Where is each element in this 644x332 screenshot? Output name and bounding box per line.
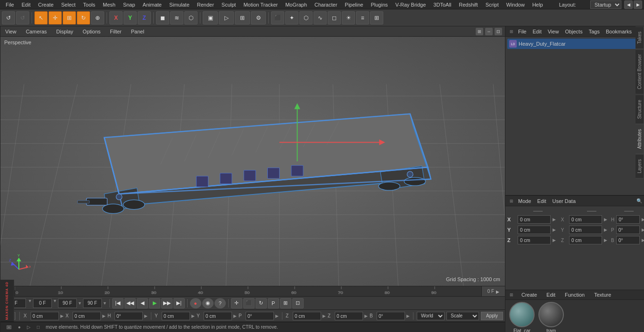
material-sphere-tram[interactable] xyxy=(538,302,564,327)
mat-texture-btn[interactable]: Texture xyxy=(591,290,614,300)
viewport-menu-panel[interactable]: Panel xyxy=(129,29,146,34)
menu-select[interactable]: Select xyxy=(58,0,80,9)
vtab-content-browser[interactable]: Content Browser xyxy=(636,49,644,94)
menu-script[interactable]: Script xyxy=(482,0,503,9)
undo-btn[interactable]: ↺ xyxy=(2,11,15,24)
render-all-btn[interactable]: ⊞ xyxy=(235,11,250,24)
render-settings-btn[interactable]: ⚙ xyxy=(251,11,266,24)
axis-y-btn[interactable]: Y xyxy=(124,11,137,24)
viewport-3d[interactable]: Perspective xyxy=(0,37,505,286)
material-sphere-flatcar[interactable] xyxy=(509,302,535,327)
y-pos-field[interactable]: 0 cm xyxy=(162,312,190,320)
vtab-takes[interactable]: Takes xyxy=(636,26,644,49)
menu-snap[interactable]: Snap xyxy=(119,0,139,9)
axis-z-btn[interactable]: Z xyxy=(138,11,151,24)
viewport-menu-options[interactable]: Options xyxy=(81,29,102,34)
obj-tags-btn[interactable]: Tags xyxy=(586,27,603,36)
obj-edit-btn[interactable]: Edit xyxy=(530,27,545,36)
viewport-camera-btn[interactable]: ⊡ xyxy=(495,28,502,35)
obj-file-btn[interactable]: File xyxy=(515,27,529,36)
attr-h-val[interactable] xyxy=(616,215,640,224)
spline-mode-btn[interactable]: ≋ xyxy=(170,11,183,24)
mat-create-btn[interactable]: Create xyxy=(519,290,540,300)
render-region-btn[interactable]: ▣ xyxy=(203,11,218,24)
obj-objects-btn[interactable]: Objects xyxy=(562,27,585,36)
menu-edit[interactable]: Edit xyxy=(18,0,34,9)
scale-dropdown[interactable]: Scale Absolute xyxy=(446,312,479,320)
menu-file[interactable]: File xyxy=(2,0,18,9)
object-mode-btn[interactable]: ◼ xyxy=(156,11,169,24)
attr-x-rot[interactable] xyxy=(569,215,602,224)
record-btn[interactable]: ● xyxy=(190,298,201,308)
attr-p-val[interactable] xyxy=(616,226,640,234)
vtab-layers[interactable]: Layers xyxy=(636,154,644,178)
apply-button[interactable]: Apply xyxy=(481,312,503,320)
attr-z-pos[interactable] xyxy=(518,236,551,244)
timeline-ruler[interactable]: 0 10 20 30 40 50 60 70 80 90 xyxy=(15,286,481,296)
attr-y-pos[interactable] xyxy=(518,226,551,234)
status-stop-icon[interactable]: □ xyxy=(34,324,42,331)
next-frame-btn[interactable]: ▶▶ xyxy=(161,298,173,308)
menu-pipeline[interactable]: Pipeline xyxy=(341,0,367,9)
z2-pos-field[interactable]: 0 cm xyxy=(335,312,363,320)
select-tool-btn[interactable]: ↖ xyxy=(34,11,48,24)
scale-tool-btn[interactable]: ⊞ xyxy=(63,11,76,24)
curves-btn[interactable]: ↻ xyxy=(256,298,267,308)
viewport-axes-btn[interactable]: ↔ xyxy=(485,28,493,35)
motion-clip-btn[interactable]: ? xyxy=(215,298,226,308)
menu-animate[interactable]: Animate xyxy=(139,0,165,9)
mat-function-btn[interactable]: Function xyxy=(562,290,587,300)
menu-vray[interactable]: V-Ray Bridge xyxy=(392,0,430,9)
menu-tools[interactable]: Tools xyxy=(79,0,99,9)
floor-btn[interactable]: ≡ xyxy=(356,11,369,24)
menu-plugins[interactable]: Plugins xyxy=(367,0,391,9)
mat-edit-btn[interactable]: Edit xyxy=(544,290,558,300)
menu-character[interactable]: Character xyxy=(311,0,341,9)
attr-z-rot[interactable] xyxy=(569,236,602,244)
prev-frame-btn[interactable]: ◀◀ xyxy=(124,298,136,308)
object-row-flatcar[interactable]: L0 Heavy_Duty_Flatcar ■ ■ xyxy=(507,39,644,49)
menu-simulate[interactable]: Simulate xyxy=(165,0,193,9)
status-record-icon[interactable]: ● xyxy=(16,324,23,331)
attr-x-pos[interactable] xyxy=(518,215,551,224)
attr-userdata-btn[interactable]: User Data xyxy=(550,196,579,206)
obj-view-btn[interactable]: View xyxy=(545,27,562,36)
attr-b-val[interactable] xyxy=(616,236,640,244)
menu-3dtoall[interactable]: 3DToAll xyxy=(429,0,455,9)
keys-btn[interactable]: ⬛ xyxy=(243,298,255,308)
viewport-menu-filter[interactable]: Filter xyxy=(108,29,123,34)
layout-prev-btn[interactable]: ◀ xyxy=(624,0,633,9)
frame-alt-input[interactable] xyxy=(83,299,102,308)
attr-search-icon[interactable]: 🔍 xyxy=(635,197,644,205)
axis-x-btn[interactable]: X xyxy=(109,11,123,24)
redo-btn[interactable]: ↺ xyxy=(16,11,29,24)
obj-bookmarks-btn[interactable]: Bookmarks xyxy=(603,27,635,36)
nurbs-btn[interactable]: ✦ xyxy=(285,11,298,24)
menu-mesh[interactable]: Mesh xyxy=(99,0,119,9)
render-active-btn[interactable]: ▷ xyxy=(219,11,234,24)
menu-motion-tracker[interactable]: Motion Tracker xyxy=(239,0,281,9)
goto-end-btn[interactable]: ▶| xyxy=(173,298,185,308)
spline-btn[interactable]: ∿ xyxy=(314,11,327,24)
cube-btn[interactable]: ⬛ xyxy=(271,11,284,24)
menu-help[interactable]: Help xyxy=(528,0,547,9)
attr-mode-btn[interactable]: Mode xyxy=(515,196,534,206)
deformer-btn[interactable]: ⬡ xyxy=(299,11,313,24)
move-tool-btn[interactable]: ✛ xyxy=(49,11,62,24)
layout-select[interactable]: Startup xyxy=(590,0,621,9)
motion-btn[interactable]: P xyxy=(268,298,279,308)
rotate-tool-btn[interactable]: ↻ xyxy=(77,11,90,24)
play-reverse-btn[interactable]: ◀ xyxy=(137,298,148,308)
layout-next-btn[interactable]: ▶ xyxy=(634,0,642,9)
menu-window[interactable]: Window xyxy=(503,0,528,9)
attr-edit-btn[interactable]: Edit xyxy=(535,196,549,206)
transform-tool-btn[interactable]: ⊕ xyxy=(91,11,104,24)
timeline-expand-btn[interactable]: ⊡ xyxy=(292,298,304,308)
x-pos-field[interactable]: 0 cm xyxy=(31,312,59,320)
z-pos-field[interactable]: 0 cm xyxy=(293,312,321,320)
timeline[interactable]: 0 F 0 10 20 30 40 50 60 70 80 9 xyxy=(0,286,505,296)
snap-keys-btn[interactable]: ✛ xyxy=(231,298,242,308)
viewport-maximize-btn[interactable]: ⊞ xyxy=(476,28,483,35)
h-field[interactable]: 0° xyxy=(115,312,143,320)
goto-start-btn[interactable]: |◀ xyxy=(112,298,124,308)
